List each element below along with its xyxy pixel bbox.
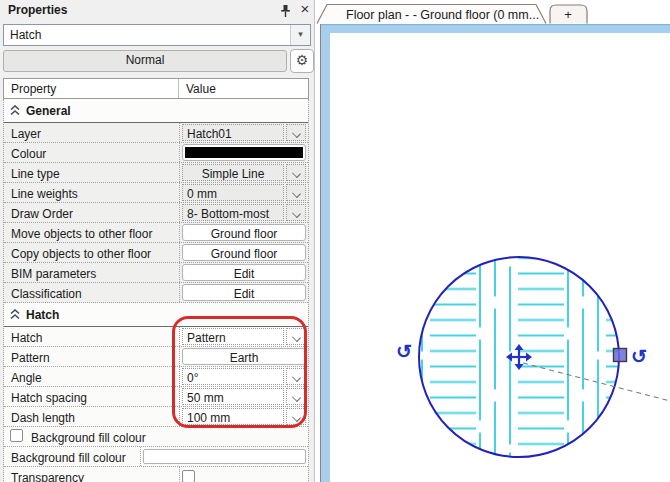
table-row-bim-parameters: BIM parameters Edit — [4, 263, 308, 283]
table-row-background-fill-checkbox: Background fill colour — [4, 427, 308, 447]
row-label: Hatch spacing — [4, 387, 180, 406]
object-type-value: Hatch — [4, 25, 290, 45]
chevron-down-icon[interactable] — [286, 164, 306, 181]
property-column-header: Property — [4, 79, 179, 98]
rotate-icon-right[interactable]: ↺ — [631, 346, 647, 367]
pattern-button[interactable]: Earth — [182, 348, 306, 365]
classification-edit-button[interactable]: Edit — [182, 284, 306, 301]
row-label: Layer — [4, 123, 180, 142]
row-label: Background fill colour — [4, 447, 141, 466]
row-label: Dash length — [4, 407, 180, 426]
drawing-canvas[interactable]: ↺ ↺ — [330, 33, 670, 482]
collapse-icon — [10, 105, 20, 116]
table-row-line-weights: Line weights 0 mm — [4, 183, 308, 203]
table-row-pattern: Pattern Earth — [4, 347, 308, 367]
chevron-down-icon[interactable] — [286, 184, 306, 201]
pin-icon[interactable] — [277, 4, 293, 20]
line-type-dropdown[interactable]: Simple Line — [182, 164, 284, 181]
transparency-checkbox[interactable] — [182, 470, 195, 482]
tab-floor-plan-label[interactable]: Floor plan - - Ground floor (0 mm... — [346, 8, 539, 22]
dash-length-dropdown[interactable]: 100 mm — [182, 408, 284, 425]
table-row-background-fill-colour: Background fill colour — [4, 447, 308, 467]
row-label: Pattern — [4, 347, 180, 366]
chevron-down-icon[interactable] — [286, 204, 306, 221]
angle-dropdown[interactable]: 0° — [182, 368, 284, 385]
resize-handle[interactable] — [614, 349, 627, 362]
row-label: Line weights — [4, 183, 180, 202]
row-label: Hatch — [4, 327, 180, 346]
row-label: BIM parameters — [4, 263, 180, 282]
chevron-down-icon[interactable] — [286, 368, 306, 385]
copy-to-floor-button[interactable]: Ground floor — [182, 244, 306, 261]
rotate-icon-left[interactable]: ↺ — [396, 341, 412, 362]
pin-icon-glyph — [279, 4, 292, 18]
property-table: Property Value General Layer Hatch01 — [3, 78, 309, 482]
table-row-transparency: Transparency — [4, 467, 308, 482]
section-header-hatch[interactable]: Hatch — [4, 303, 308, 327]
row-label: Transparency — [4, 467, 180, 482]
tab-bar-blue-edge — [321, 24, 670, 25]
tab-bar-blue-strip — [321, 24, 670, 33]
section-label: Hatch — [26, 308, 59, 322]
chevron-down-icon[interactable] — [286, 124, 306, 141]
table-row-hatch-spacing: Hatch spacing 50 mm — [4, 387, 308, 407]
move-to-floor-button[interactable]: Ground floor — [182, 224, 306, 241]
table-row-classification: Classification Edit — [4, 283, 308, 303]
hatch-spacing-dropdown[interactable]: 50 mm — [182, 388, 284, 405]
row-label: Copy objects to other floor — [4, 243, 180, 262]
table-row-line-type: Line type Simple Line — [4, 163, 308, 183]
style-normal-button[interactable]: Normal — [3, 50, 287, 72]
object-type-selector[interactable]: Hatch ▾ — [3, 24, 311, 46]
table-row-copy-objects: Copy objects to other floor Ground floor — [4, 243, 308, 263]
table-row-draw-order: Draw Order 8- Bottom-most — [4, 203, 308, 223]
table-header: Property Value — [3, 78, 309, 99]
chevron-down-icon[interactable] — [286, 408, 306, 425]
background-fill-checkbox[interactable] — [10, 429, 23, 442]
colour-swatch — [185, 147, 303, 158]
chevron-down-icon[interactable] — [286, 388, 306, 405]
table-row-dash-length: Dash length 100 mm — [4, 407, 308, 427]
bim-edit-button[interactable]: Edit — [182, 264, 306, 281]
hatch-type-dropdown[interactable]: Pattern — [182, 328, 284, 345]
chevron-down-icon[interactable] — [286, 328, 306, 345]
row-label: Background fill colour — [23, 427, 146, 446]
row-label: Classification — [4, 283, 180, 302]
properties-panel: Properties × Hatch ▾ Normal ⚙ Property V… — [0, 0, 315, 482]
row-label: Angle — [4, 367, 180, 386]
row-label: Colour — [4, 143, 180, 162]
collapse-icon — [10, 309, 20, 320]
value-column-header: Value — [179, 79, 308, 98]
section-label: General — [26, 104, 71, 118]
draw-order-dropdown[interactable]: 8- Bottom-most — [182, 204, 284, 221]
panel-title: Properties — [8, 3, 67, 17]
table-row-move-objects: Move objects to other floor Ground floor — [4, 223, 308, 243]
table-row-layer: Layer Hatch01 — [4, 123, 308, 143]
colour-swatch-button[interactable] — [182, 144, 306, 161]
row-label: Draw Order — [4, 203, 180, 222]
layer-dropdown[interactable]: Hatch01 — [182, 124, 284, 141]
combo-arrow-icon[interactable]: ▾ — [290, 25, 310, 45]
row-label: Move objects to other floor — [4, 223, 180, 242]
line-weights-dropdown[interactable]: 0 mm — [182, 184, 284, 201]
row-label: Line type — [4, 163, 180, 182]
table-row-colour: Colour — [4, 143, 308, 163]
new-tab-plus-icon[interactable]: + — [564, 7, 572, 22]
canvas-blue-border — [321, 33, 330, 482]
app-window: Properties × Hatch ▾ Normal ⚙ Property V… — [0, 0, 670, 482]
section-header-general[interactable]: General — [4, 99, 308, 123]
table-row-angle: Angle 0° — [4, 367, 308, 387]
tab-bar: Floor plan - - Ground floor (0 mm... + — [310, 0, 670, 33]
background-fill-colour-input[interactable] — [143, 449, 306, 464]
table-row-hatch-type: Hatch Pattern — [4, 327, 308, 347]
gear-icon[interactable]: ⚙ — [290, 49, 314, 73]
